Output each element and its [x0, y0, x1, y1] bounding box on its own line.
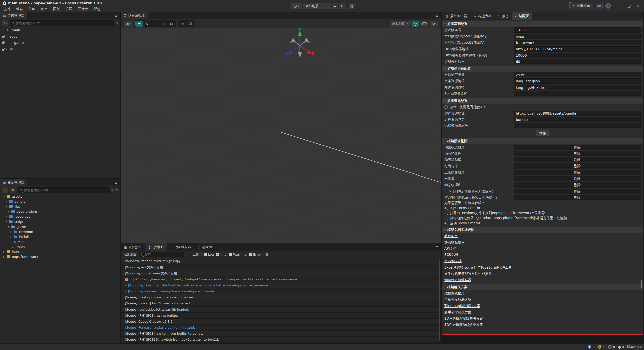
scene-viewport[interactable]: Y X Z — [121, 28, 441, 243]
chevron-down-icon[interactable]: ▾ — [6, 220, 7, 223]
log-row[interactable]: [Scene] [bullet]:bullet wasm lib loaded. — [121, 307, 439, 313]
menu-help[interactable]: 帮助 — [91, 6, 103, 12]
info-counter[interactable]: i 3 — [588, 345, 595, 349]
doc-link[interactable]: 原生包热更新配置自动生成插件 — [442, 271, 643, 277]
remove-module-button[interactable]: 剔除 — [514, 157, 641, 162]
chevron-down-icon[interactable]: ▾ — [3, 195, 5, 198]
asset-node-game[interactable]: ▾ game — [0, 224, 120, 229]
inspector-scrollbar-thumb[interactable] — [641, 280, 642, 288]
remove-module-button[interactable]: 剔除 — [514, 182, 641, 188]
log-row[interactable]: [Scene] [box2d]:box2d wasm lib loaded. — [121, 300, 439, 307]
menu-developer[interactable]: 开发者 — [75, 6, 91, 12]
chevron-down-icon[interactable]: ▾ — [8, 225, 9, 228]
checkbox-checked-icon[interactable]: ✓ — [229, 253, 232, 256]
chevron-right-icon[interactable]: › — [125, 290, 126, 293]
tree-node-game[interactable]: game — [0, 39, 120, 46]
log-row[interactable]: [Scene] [PHYSICS]: using builtin. — [121, 313, 439, 319]
tree-node-main[interactable]: ▾ main — [0, 27, 120, 33]
menu-file[interactable]: 文件 — [1, 6, 13, 12]
section-doc-links[interactable]: ▾ 框架文档工具链接 — [442, 227, 643, 233]
link-text[interactable]: Excel格式转Json文件与TypeScript代码工具 — [444, 265, 512, 270]
doc-link[interactable]: 游戏模板项目 — [442, 239, 643, 245]
section-solutions[interactable]: ▾ 框架解决方案 — [442, 284, 643, 290]
panel-menu-icon[interactable]: ≡ — [114, 180, 118, 185]
crypto-iv-input[interactable] — [514, 40, 641, 45]
section-game-resource[interactable]: ▾ 游戏资源配置 — [442, 98, 643, 104]
spine-path-input[interactable] — [514, 91, 641, 96]
device-preview-button[interactable]: ▦ — [349, 3, 355, 9]
remove-module-button[interactable]: 剔除 — [514, 176, 641, 181]
close-button[interactable]: ✕ — [634, 3, 641, 9]
solution-link[interactable]: Tiledmap地图解决方案 — [442, 303, 643, 309]
rotate-tool-button[interactable]: ↻ — [143, 21, 151, 27]
refresh-icon[interactable]: ↻ — [115, 188, 118, 192]
filter-icon[interactable]: ≡ — [111, 188, 114, 192]
link-text[interactable]: ECS文档 — [444, 253, 458, 257]
scene-settings-button[interactable]: ⚙ — [430, 21, 438, 27]
log-file-icon[interactable]: ▤ — [265, 252, 269, 256]
http-timeout-input[interactable] — [514, 53, 641, 58]
filter-warning-checkbox[interactable]: ✓ Warning — [229, 253, 247, 256]
console-log-list[interactable]: [Window] render_texture文件夹存在 [Window] ec… — [121, 258, 439, 343]
play-button[interactable]: ▶ — [332, 3, 338, 9]
remove-module-button[interactable]: 剔除 — [514, 195, 641, 200]
remote-load-checkbox-row[interactable]: 游戏中资源是否远程加载 — [442, 104, 643, 110]
solution-link[interactable]: 全栈开发解决方案 — [442, 296, 643, 303]
tab-build-publish[interactable]: ➢ 构建发布 — [470, 12, 495, 20]
hierarchy-search-input[interactable] — [15, 21, 112, 25]
chevron-right-icon[interactable]: ▸ — [10, 230, 11, 233]
menu-extension[interactable]: 扩展 — [63, 6, 75, 12]
link-text[interactable]: 教程项目 — [444, 234, 458, 238]
minimize-button[interactable]: — — [617, 3, 624, 9]
regex-checkbox[interactable]: 正则 — [188, 252, 199, 257]
hierarchy-tab[interactable]: ▤ 层级管理器 — [0, 12, 27, 19]
languages-input[interactable] — [514, 72, 641, 77]
menu-project[interactable]: 项目 — [38, 6, 50, 12]
section-game-basic[interactable]: ▾ 游戏基础配置 — [442, 21, 643, 27]
remote-url-input[interactable] — [514, 111, 641, 116]
fps-input[interactable] — [514, 59, 641, 64]
toggle-3d-button[interactable]: 3D — [124, 21, 132, 27]
doc-link[interactable]: MVVM文档 — [442, 258, 643, 264]
log-row[interactable]: [Scene] [PHYSICS]: switch from builtin t… — [121, 331, 439, 337]
axis-gizmo[interactable]: Y X Z — [281, 28, 319, 61]
solution-link[interactable]: 3D角色扮演游戏解决方案 — [442, 322, 643, 328]
rect-tool-button[interactable]: ▢ — [159, 21, 167, 27]
ui-tool-button[interactable]: ⊔ — [168, 21, 175, 27]
asset-node-common[interactable]: ▸ common — [0, 229, 120, 234]
build-publish-button[interactable]: ➢ 构建发布 — [569, 3, 593, 9]
chevron-right-icon[interactable]: › — [125, 284, 126, 287]
hierarchy-search[interactable] — [10, 20, 114, 26]
filter-icon[interactable]: ≡ — [115, 21, 118, 25]
lock-icon[interactable] — [2, 42, 4, 44]
remote-bundle-input[interactable] — [514, 117, 641, 122]
tab-animation-editor[interactable]: ✦ 动画编辑器 — [167, 243, 194, 251]
text-path-input[interactable] — [514, 78, 641, 84]
asset-node-oops-framework[interactable]: ▸ oops-framework — [0, 254, 120, 259]
log-row-info[interactable]: [Scene] Forward render pipeline initiali… — [121, 325, 439, 331]
doc-link[interactable]: ECS文档 — [442, 252, 643, 258]
log-row[interactable]: [Scene] [PHYSICS2D]: switch from box2d-w… — [121, 337, 439, 343]
menu-panel[interactable]: 面板 — [50, 6, 63, 12]
assets-search[interactable] — [18, 187, 110, 193]
error-counter[interactable]: ✕ 0 — [608, 345, 615, 349]
link-text[interactable]: 游戏模板项目 — [444, 240, 465, 245]
chevron-right-icon[interactable]: ▸ — [8, 210, 9, 213]
checkbox-icon[interactable] — [444, 105, 448, 109]
crypto-key-input[interactable] — [514, 34, 641, 39]
solution-link[interactable]: 新手引导解决方案 — [442, 309, 643, 315]
log-row[interactable]: [Window] render_texture文件夹存在 — [121, 258, 439, 264]
menu-node[interactable]: 节点 — [26, 6, 38, 12]
create-node-button[interactable]: +▾ — [2, 20, 8, 26]
tab-asset-preview[interactable]: ▣ 资源预览 — [121, 243, 145, 251]
scale-tool-button[interactable]: ⊡ — [151, 21, 159, 27]
link-text[interactable]: MVVM文档 — [444, 259, 462, 264]
link-text[interactable]: 动画状态机编辑器 — [444, 278, 471, 282]
asset-node-script[interactable]: ▾ script — [0, 219, 120, 224]
link-text[interactable]: 2D角色扮演游戏解决方案 — [444, 316, 483, 321]
asset-node-assets[interactable]: ▾ assets — [0, 194, 120, 199]
scrollbar-thumb[interactable] — [439, 259, 440, 341]
asset-node-internal[interactable]: ▸ internal — [0, 249, 120, 254]
solution-link[interactable]: 战棋游戏框架 — [442, 290, 643, 296]
log-row-info[interactable]: › [Window] You are running Vue in develo… — [121, 288, 439, 294]
